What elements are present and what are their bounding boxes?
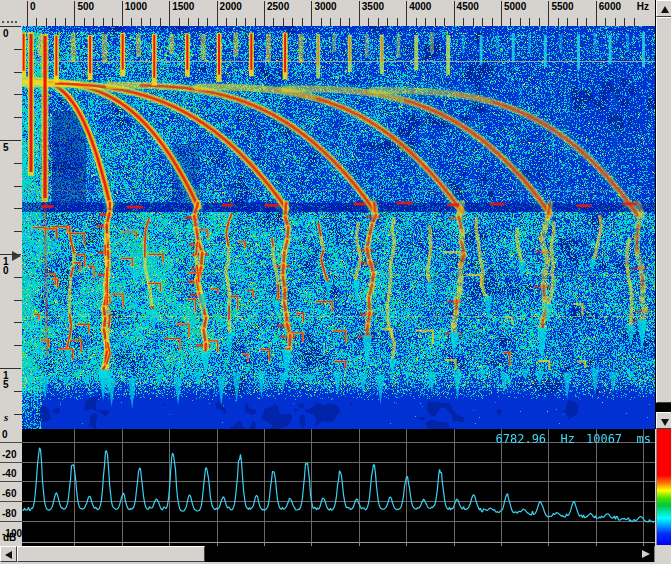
freq-tick-minor — [160, 18, 161, 26]
scroll-up-button[interactable] — [656, 0, 671, 17]
db-tick-line — [0, 521, 22, 522]
time-tick-minor — [14, 94, 22, 95]
freq-tick-minor — [207, 18, 208, 26]
freq-tick-label: 5500 — [551, 1, 573, 12]
playback-position-marker-icon[interactable] — [12, 251, 21, 261]
freq-tick-minor — [444, 18, 445, 26]
time-tick-minor — [14, 163, 22, 164]
horizontal-scrollbar-track[interactable] — [17, 546, 637, 562]
freq-tick-minor — [141, 18, 142, 26]
time-tick-major — [0, 140, 21, 141]
freq-tick-minor — [605, 18, 606, 26]
time-tick-label: 15 — [3, 371, 11, 389]
freq-tick-major — [27, 1, 28, 26]
freq-tick-label: 4000 — [409, 1, 431, 12]
freq-tick-major — [406, 1, 407, 26]
db-tick-label: -100 — [2, 528, 22, 539]
freq-tick-minor — [435, 18, 436, 26]
db-tick-line — [0, 481, 22, 482]
freq-tick-minor — [567, 18, 568, 26]
freq-tick-minor — [330, 18, 331, 26]
scroll-right-button[interactable] — [637, 546, 654, 562]
scroll-left-button[interactable] — [0, 546, 17, 562]
horizontal-scrollbar-thumb[interactable] — [17, 546, 205, 562]
freq-tick-minor — [46, 18, 47, 26]
db-tick-label: -60 — [2, 488, 16, 499]
db-tick-label: 0 — [2, 429, 8, 440]
freq-tick-minor — [65, 18, 66, 26]
freq-tick-minor — [482, 18, 483, 26]
freq-tick-minor — [84, 18, 85, 26]
freq-tick-minor — [292, 18, 293, 26]
db-tick-label: -40 — [2, 468, 16, 479]
time-tick-major — [0, 368, 21, 369]
spectrogram-display[interactable] — [22, 26, 655, 429]
time-tick-major — [0, 254, 21, 255]
right-arrow-icon — [642, 550, 650, 558]
time-tick-minor — [14, 322, 22, 323]
freq-tick-minor — [510, 18, 511, 26]
time-tick-minor — [14, 208, 22, 209]
freq-tick-minor — [634, 18, 635, 26]
freq-tick-minor — [273, 18, 274, 26]
spectrogram-app-window: Hz 0500100015002000250030003500400045005… — [0, 0, 671, 564]
freq-tick-minor — [55, 18, 56, 26]
time-tick-minor — [14, 414, 22, 415]
time-tick-minor — [14, 345, 22, 346]
freq-tick-major — [501, 1, 502, 26]
freq-tick-minor — [302, 18, 303, 26]
db-tick-label: -80 — [2, 508, 16, 519]
freq-tick-label: 6000 — [599, 1, 621, 12]
freq-tick-minor — [425, 18, 426, 26]
freq-tick-minor — [36, 18, 37, 26]
freq-tick-minor — [112, 18, 113, 26]
freq-tick-major — [169, 1, 170, 26]
freq-tick-minor — [397, 18, 398, 26]
frequency-ruler: Hz 0500100015002000250030003500400045005… — [22, 0, 655, 27]
db-tick-label: -20 — [2, 449, 16, 460]
time-tick-minor — [14, 277, 22, 278]
freq-tick-minor — [558, 18, 559, 26]
freq-tick-major — [548, 1, 549, 26]
time-tick-minor — [14, 49, 22, 50]
time-tick-minor — [14, 72, 22, 73]
cursor-frequency-readout: 6782.96 Hz — [496, 432, 575, 446]
freq-tick-minor — [245, 18, 246, 26]
intensity-colorbar — [656, 429, 671, 545]
spectrum-display[interactable] — [22, 429, 655, 546]
time-tick-minor — [14, 300, 22, 301]
vertical-scrollbar[interactable] — [655, 0, 671, 429]
scroll-down-button[interactable] — [656, 412, 671, 429]
time-ruler: s 051015 — [0, 26, 23, 429]
freq-tick-major — [311, 1, 312, 26]
freq-tick-minor — [226, 18, 227, 26]
freq-tick-minor — [255, 18, 256, 26]
freq-tick-major — [359, 1, 360, 26]
time-tick-major — [0, 26, 21, 27]
freq-tick-major — [74, 1, 75, 26]
freq-tick-minor — [473, 18, 474, 26]
freq-tick-minor — [150, 18, 151, 26]
freq-tick-label: 4500 — [457, 1, 479, 12]
frequency-unit-label: Hz — [637, 1, 649, 12]
freq-tick-major — [122, 1, 123, 26]
freq-tick-major — [264, 1, 265, 26]
freq-tick-minor — [368, 18, 369, 26]
freq-tick-minor — [492, 18, 493, 26]
freq-tick-label: 1000 — [125, 1, 147, 12]
horizontal-scrollbar[interactable] — [0, 546, 671, 562]
freq-tick-minor — [539, 18, 540, 26]
db-ruler: dB 0-20-40-60-80-100 — [0, 429, 23, 546]
freq-tick-minor — [463, 18, 464, 26]
time-tick-minor — [14, 117, 22, 118]
freq-tick-label: 0 — [30, 1, 36, 12]
freq-tick-minor — [387, 18, 388, 26]
up-arrow-icon — [661, 6, 669, 13]
freq-tick-major — [217, 1, 218, 26]
time-tick-minor — [14, 231, 22, 232]
vertical-scrollbar-thumb[interactable] — [656, 17, 671, 403]
freq-tick-major — [596, 1, 597, 26]
freq-tick-label: 3500 — [362, 1, 384, 12]
cursor-time-readout: 10067 ms — [586, 432, 651, 446]
freq-tick-minor — [520, 18, 521, 26]
